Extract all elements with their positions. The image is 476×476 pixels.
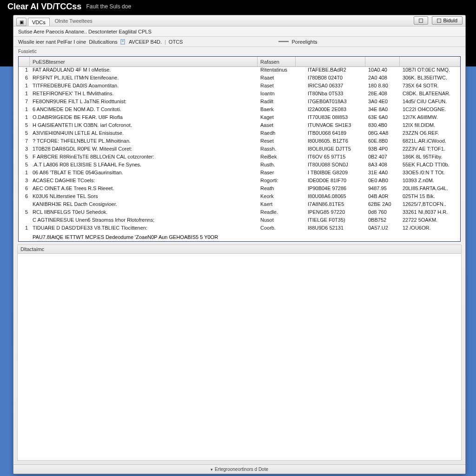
- cell-code: IT80U088 SON0J: [305, 162, 365, 170]
- breadcrumb-text: Sutise Aere Paeocis Anatane.. Desctontet…: [18, 29, 152, 34]
- toolbar-right-label[interactable]: Poreelights: [291, 39, 317, 45]
- table-row[interactable]: 6K03U6 NLitterstiee TEL SorsKeorkI80U08A…: [19, 193, 460, 201]
- cell-description: K03U6 NLitterstiee TEL Sors: [30, 193, 258, 201]
- col-value[interactable]: [365, 57, 400, 66]
- cell-index: 5: [19, 154, 30, 162]
- cell-reason: Raaet: [258, 75, 296, 83]
- table-footer-row: PAU7.8IAtQE IETTWT MCP.ES Dedeodume 'Zoa…: [19, 233, 460, 241]
- table-row[interactable]: 6AEC OINET A.6E Trees R.S Rieeet.ReathIP…: [19, 185, 460, 193]
- status-text: Ertegrooneortinors d Dote: [215, 467, 268, 472]
- cell-code: IPENG85 97220: [305, 209, 365, 217]
- cell-value: 0A57.U2: [365, 225, 400, 233]
- col-extra[interactable]: [400, 57, 460, 66]
- table-row[interactable]: 16 ANCIMEDE DE NOM AD. T Conritoti.Baerk…: [19, 106, 460, 114]
- cell-description: FE8ONR9URE FILT L JaTNE Riodttunist:: [30, 99, 258, 106]
- cell-code: IRICSA0 06337: [305, 83, 365, 91]
- cell-reason: Rusth.: [258, 162, 296, 170]
- table-row[interactable]: 106 A86 'TBLAT E TIDE 054Gaurinsittan.Ra…: [19, 170, 460, 178]
- cell-reason: Rogorti:: [258, 178, 296, 185]
- cell-value: 2A0 408: [365, 75, 400, 83]
- table-row[interactable]: 5H GAISIEANTETI LIK O3BN. iarl Cofcronot…: [19, 122, 460, 130]
- toolbar-separator: |: [165, 39, 166, 45]
- col-description[interactable]: PuESBtesrner: [30, 57, 258, 66]
- cell-index: 5: [19, 130, 30, 138]
- cell-value: 8A3 408: [365, 162, 400, 170]
- table-row[interactable]: 1TITFREDEBUFE DA0IS Aoamontitan.RasetIRI…: [19, 83, 460, 91]
- cell-extra: 025TH 15 Bik.: [400, 193, 460, 201]
- cell-value: 93B 4P0: [365, 146, 400, 154]
- table-row[interactable]: 5RCL IIBNFELGS T0eU Sehedok.Readle.IPENG…: [19, 209, 460, 217]
- cell-value: 0E0 AB0: [365, 178, 400, 185]
- cell-code: IT6OV 65 97T15: [305, 154, 365, 162]
- tab-sublabel: Olnite Tweeltees: [55, 18, 93, 24]
- svg-rect-1: [122, 40, 124, 41]
- cell-reason: Rassh.: [258, 146, 296, 154]
- cell-reason: Raser: [258, 170, 296, 178]
- toolbar-seg4[interactable]: OTCS: [169, 39, 183, 45]
- col-index[interactable]: [19, 57, 30, 66]
- cell-value: 62BE 2A0: [365, 201, 400, 209]
- table-row[interactable]: C AGTINERESUE Unen6 Straomss Irhor Rloto…: [19, 217, 460, 225]
- cell-description: ACASEC DAGHIIE TCoels:: [30, 178, 258, 185]
- cell-index: 1: [19, 67, 30, 75]
- table-row[interactable]: 1TIDUARE D DASD'DFE33 V8.TBLIEC Tlocitte…: [19, 225, 460, 233]
- col-code[interactable]: [305, 57, 365, 66]
- cell-reason: Ioantn: [258, 91, 296, 99]
- cell-description: TIDUARE D DASD'DFE33 V8.TBLIEC Tlocitten…: [30, 225, 258, 233]
- table-body: 1FAT ARADULAND 4F M I oMetise.Ritentatin…: [19, 67, 460, 233]
- toolbar-row: Wissile ieer nant PelFar I oine Dilutica…: [13, 37, 465, 47]
- cell-reason: Readle.: [258, 209, 296, 217]
- table-row[interactable]: 1O.DABR9IGEIDE BE FEAR. U8F RioflaKagetI…: [19, 114, 460, 122]
- cell-index: 6: [19, 75, 30, 83]
- cell-value: 9487.95: [365, 185, 400, 193]
- cell-code: IDE0D0E 81IF70: [305, 178, 365, 185]
- table-row[interactable]: 5.A.T LA806 R08 ELI3ISIIE S LFAAHL Fe Sy…: [19, 162, 460, 170]
- cell-value: 3A0 4E0: [365, 99, 400, 106]
- cell-code: I7GEB0AT018A3: [305, 99, 365, 106]
- cell-description: TITFREDEBUFE DA0IS Aoamontitan.: [30, 83, 258, 91]
- cell-code: ITB0U068 64189: [305, 130, 365, 138]
- table-header: PuESBtesrner Rafasen: [19, 57, 460, 67]
- chevron-down-icon[interactable]: ▾: [211, 467, 213, 472]
- square-icon: [419, 19, 423, 23]
- cell-index: 6: [19, 193, 30, 201]
- cell-index: [19, 217, 30, 225]
- toolbar-seg2[interactable]: Diluticaltions: [89, 39, 118, 45]
- table-row[interactable]: KANIBRH3E REL Dacth Ceosigvioer.KaertI7A…: [19, 201, 460, 209]
- line-icon: [278, 41, 289, 42]
- cell-index: 3: [19, 178, 30, 185]
- cell-description: C AGTINERESUE Unen6 Straomss Irhor Rloto…: [30, 217, 258, 225]
- cell-extra: 20LI85.FARTA.G4L.: [400, 185, 460, 193]
- window-action-button[interactable]: [414, 16, 428, 25]
- cell-index: 1: [19, 114, 30, 122]
- window-tabs: ▣ VDCs Olnite Tweeltees Biduld: [13, 15, 465, 26]
- cell-reason: Baerk: [258, 106, 296, 114]
- table-row[interactable]: 5F ARBCRE R8RinETsTE 8BLLOrEN CAL cotzcr…: [19, 154, 460, 162]
- details-header[interactable]: Dltactaimc: [17, 245, 462, 254]
- cell-index: [19, 201, 30, 209]
- cell-description: ? TCFORE: THFELNBLUTE PL.Mihoitinan.: [30, 138, 258, 146]
- table-row[interactable]: 1FAT ARADULAND 4F M I oMetise.Ritentatin…: [19, 67, 460, 75]
- table-row[interactable]: 31T0B28 DAR8GDL R0PE W. Miteesll Coret:R…: [19, 146, 460, 154]
- table-row[interactable]: 7FE8ONR9URE FILT L JaTNE Riodttunist:Rad…: [19, 99, 460, 106]
- tab-home-icon[interactable]: ▣: [16, 18, 26, 26]
- cell-reason: Raedh: [258, 130, 296, 138]
- cell-extra: 33OE5 /0:N T TOt.: [400, 170, 460, 178]
- cell-reason: Keork: [258, 193, 296, 201]
- cell-code: I780B08 024T0: [305, 75, 365, 83]
- toolbar-seg3[interactable]: AVCEEP B4D.: [129, 39, 162, 45]
- table-row[interactable]: 7? TCFORE: THFELNBLUTE PL.Mihoitinan.Res…: [19, 138, 460, 146]
- table-row[interactable]: 6RFSFNT PL.IUEL ITMrN Etenifeoane.RaaetI…: [19, 75, 460, 83]
- build-button[interactable]: Biduld: [432, 16, 463, 25]
- cell-value: 34E 8A0: [365, 106, 400, 114]
- table-row[interactable]: 5A3IVIEHI0NI4UIN LETLE AL Enisisutse.Rae…: [19, 130, 460, 138]
- col-gap: [296, 57, 305, 66]
- toolbar-seg1[interactable]: Wissile ieer nant PelFar I oine: [18, 39, 86, 45]
- tab-vdcs[interactable]: VDCs: [28, 18, 50, 26]
- cell-extra: 306K. BL35EITWC.: [400, 75, 460, 83]
- cell-index: 6: [19, 185, 30, 193]
- table-row[interactable]: 3ACASEC DAGHIIE TCoels:Rogorti:IDE0D0E 8…: [19, 178, 460, 185]
- table-row[interactable]: 1RETEFIRONFEX' TH L fMvlithatins.IoantnI…: [19, 91, 460, 99]
- col-reason[interactable]: Rafasen: [258, 57, 296, 66]
- cell-description: A3IVIEHI0NI4UIN LETLE AL Enisisutse.: [30, 130, 258, 138]
